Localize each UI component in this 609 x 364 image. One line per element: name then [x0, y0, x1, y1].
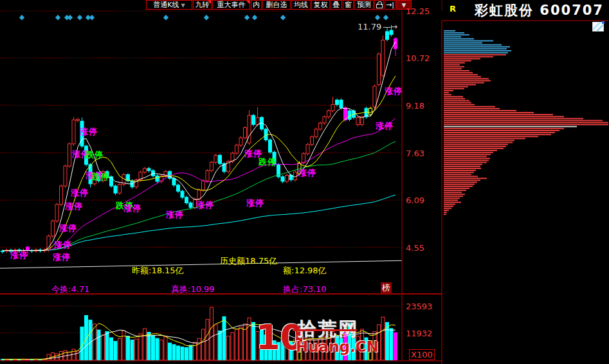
limit-up-label: 涨停: [53, 251, 71, 263]
volume-tick: 23593: [406, 302, 432, 311]
toolbar-button-label: 均线: [294, 1, 308, 9]
real-turnover-label: 真换:10.99: [171, 284, 215, 295]
arrow-to-bar-button[interactable]: →|: [385, 0, 395, 10]
nine-turn-button[interactable]: 九转: [193, 0, 212, 10]
toolbar-button-label: 删自选: [266, 1, 287, 9]
toolbar-button-label: 复权: [314, 1, 328, 9]
limit-up-label: 涨停: [376, 120, 394, 132]
limit-up-label: 涨停: [54, 239, 72, 251]
rank-button[interactable]: 榜: [381, 282, 392, 294]
turnover-share-label: 换占:73.10: [283, 284, 327, 295]
yesterday-amount-label: 昨额:18.15亿: [132, 265, 184, 277]
volume-unit-label: X100: [409, 349, 435, 360]
ma-button[interactable]: 均线: [291, 0, 311, 10]
toolbar-button-label: 窗: [345, 1, 352, 9]
limit-up-label: 涨停: [59, 223, 77, 234]
limit-down-label: 跌停: [92, 171, 110, 183]
limit-up-label: 涨停: [65, 201, 83, 212]
rights-marker: R: [450, 4, 456, 14]
limit-up-label: 涨停: [166, 209, 184, 221]
adjust-price-button[interactable]: 复权: [311, 0, 330, 10]
forecast-button[interactable]: 预测: [354, 0, 374, 10]
major-events-button[interactable]: 重大事件: [212, 0, 250, 10]
limit-down-label: 跌停: [259, 156, 277, 168]
high-price-arrow-icon: —→: [383, 22, 397, 32]
overlay-button[interactable]: 叠: [331, 0, 342, 10]
toolbar-button-label: 普通K线: [153, 1, 179, 9]
price-tick: 12.25: [406, 6, 430, 16]
price-tick: 9.18: [406, 101, 424, 111]
price-tick: 4.55: [406, 243, 424, 253]
today-turnover-label: 今换:4.71: [51, 284, 89, 295]
amount-label: 额:12.98亿: [283, 265, 327, 277]
history-amount-label: 历史额18.75亿: [220, 255, 277, 267]
remove-watchlist-button[interactable]: 删自选: [262, 0, 291, 10]
stock-app-window: { "header": {"marker": "R", "title": "彩虹…: [0, 0, 609, 364]
arrow-to-bar-icon: →|: [386, 1, 394, 9]
inner-button[interactable]: 内: [251, 0, 262, 10]
price-tick: 7.63: [406, 149, 424, 158]
limit-up-label: 涨停: [123, 203, 141, 214]
limit-down-label: 跌停: [86, 149, 104, 161]
limit-up-label: 涨停: [80, 126, 98, 138]
toolbar-button-label: 九转: [195, 1, 210, 9]
kline-type-select[interactable]: 普通K线▼: [146, 0, 192, 10]
dropdown-arrow-icon: ▼: [181, 3, 185, 8]
stock-title: 彩虹股份 600707: [475, 1, 604, 19]
price-tick: 6.09: [406, 196, 424, 205]
limit-up-label: 涨停: [246, 197, 264, 209]
toolbar-button-label: 重大事件: [217, 1, 246, 9]
lock-icon: [376, 1, 383, 8]
window-button[interactable]: 窗: [343, 0, 354, 10]
limit-up-label: 涨停: [385, 86, 403, 97]
high-price-label: 11.79—→: [358, 22, 397, 32]
lock-button[interactable]: [374, 0, 384, 10]
toolbar-button-label: 内: [253, 1, 260, 9]
limit-up-label: 涨停: [196, 199, 214, 211]
price-tick: 10.72: [406, 53, 430, 63]
limit-up-label: 涨停: [71, 187, 89, 199]
toolbar-button-label: 叠: [333, 1, 340, 9]
limit-up-label: 涨停: [10, 250, 28, 261]
volume-tick: 11932: [406, 329, 432, 338]
high-price-value: 11.79: [358, 22, 381, 32]
panel-settings-icon[interactable]: [592, 22, 604, 32]
limit-up-label: 涨停: [298, 167, 316, 179]
toolbar-button-label: 预测: [357, 1, 371, 9]
